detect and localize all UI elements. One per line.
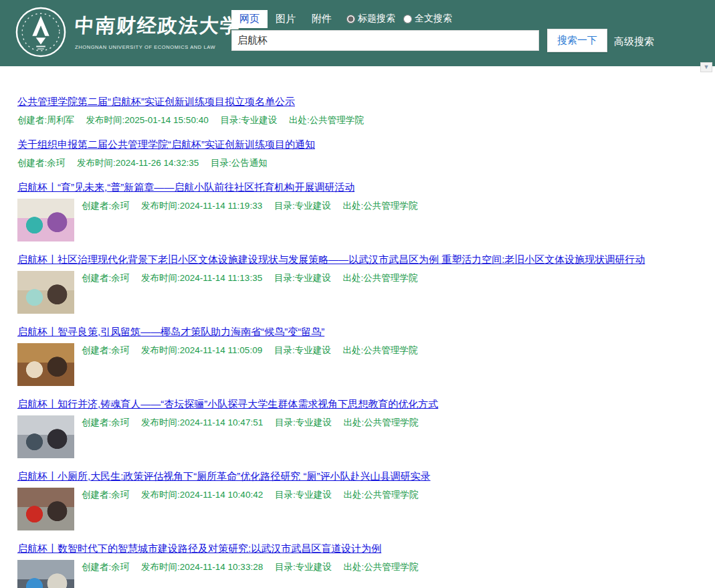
result-meta: 创建者:余珂 发布时间:2024-11-14 11:05:09 目录:专业建设 … <box>82 343 427 386</box>
tab-attachments[interactable]: 附件 <box>304 10 340 28</box>
university-name-cn: 中南财经政法大学 <box>74 13 229 39</box>
result-meta: 创建者:余珂 发布时间:2024-11-14 10:40:42 目录:专业建设 … <box>82 488 427 530</box>
mode-fulltext-search[interactable]: 全文搜索 <box>403 13 452 25</box>
thumb-red-banner-group[interactable] <box>17 488 74 530</box>
title-search-radio[interactable] <box>346 15 355 23</box>
result-body: 创建者:余珂 发布时间:2024-11-14 11:19:33 目录:专业建设 … <box>17 199 706 241</box>
result-meta: 创建者:余珂 发布时间:2024-11-14 11:19:33 目录:专业建设 … <box>82 199 427 241</box>
meta-published-time: 发布时间:2024-11-14 11:19:33 <box>141 201 262 211</box>
search-result-row: 公共管理学院第二届“启航杯”实证创新训练项目拟立项名单公示 创建者:周利军 发布… <box>17 94 706 126</box>
meta-category: 目录:专业建设 <box>275 490 332 500</box>
meta-published-time: 发布时间:2024-11-14 11:05:09 <box>141 345 262 355</box>
result-title-link[interactable]: 启航杯丨知行并济,铸魂育人——“杏坛探骊”小队探寻大学生群体需求视角下思想教育的… <box>17 398 438 409</box>
result-body: 创建者:周利军 发布时间:2025-01-14 15:50:40 目录:专业建设… <box>17 113 706 126</box>
meta-creator: 创建者:余珂 <box>82 345 129 355</box>
meta-source: 出处:公共管理学院 <box>343 490 418 500</box>
mode-title-search[interactable]: 标题搜索 <box>346 13 395 25</box>
university-name-en: ZHONGNAN UNIVERSITY OF ECONOMICS AND LAW <box>75 44 227 50</box>
search-mode-group: 标题搜索 全文搜索 <box>346 13 460 25</box>
meta-creator: 创建者:余珂 <box>82 201 129 211</box>
thumb-children-play-arches[interactable] <box>17 199 74 241</box>
search-button[interactable]: 搜索一下 <box>547 29 607 52</box>
meta-source: 出处:公共管理学院 <box>342 345 417 355</box>
result-title-link[interactable]: 关于组织申报第二届公共管理学院“启航杯”实证创新训练项目的通知 <box>17 138 315 150</box>
result-body: 创建者:余珂 发布时间:2024-11-14 10:40:42 目录:专业建设 … <box>17 488 706 530</box>
meta-category: 目录:专业建设 <box>274 345 331 355</box>
meta-published-time: 发布时间:2024-11-14 10:47:51 <box>141 417 263 427</box>
search-result-row: 启航杯丨小厕所,大民生:政策评估视角下“厕所革命”优化路径研究 “厕”评小队赴兴… <box>17 469 706 530</box>
meta-creator: 创建者:余珂 <box>82 273 129 283</box>
meta-creator: 创建者:余珂 <box>82 490 129 500</box>
site-header: 中南财经政法大学 ZHONGNAN UNIVERSITY OF ECONOMIC… <box>0 0 715 66</box>
result-body: 创建者:余珂 发布时间:2024-11-26 14:32:35 目录:公告通知 <box>17 156 706 169</box>
thumb-bicycles-street[interactable] <box>17 560 74 588</box>
search-zone: 网页 图片 附件 标题搜索 全文搜索 搜索一下 高级搜索 <box>231 6 654 52</box>
search-result-row: 关于组织申报第二届公共管理学院“启航杯”实证创新训练项目的通知 创建者:余珂 发… <box>17 137 706 169</box>
search-results-list: 公共管理学院第二届“启航杯”实证创新训练项目拟立项名单公示 创建者:周利军 发布… <box>0 66 715 588</box>
meta-published-time: 发布时间:2025-01-14 15:50:40 <box>86 115 209 125</box>
meta-published-time: 发布时间:2024-11-14 11:13:35 <box>141 273 262 283</box>
meta-source: 出处:公共管理学院 <box>343 417 418 427</box>
result-title-link[interactable]: 启航杯丨智寻良策,引凤留筑——椰岛才策队助力海南省“候鸟”变“留鸟” <box>17 326 324 337</box>
thumb-group-outdoor-photo[interactable] <box>17 415 74 458</box>
university-logo-seal <box>15 6 67 58</box>
meta-source: 出处:公共管理学院 <box>342 273 417 283</box>
thumb-table-discussion[interactable] <box>17 343 74 386</box>
result-meta: 创建者:周利军 发布时间:2025-01-14 15:50:40 目录:专业建设… <box>17 113 373 126</box>
meta-category: 目录:专业建设 <box>274 201 331 211</box>
search-input[interactable] <box>231 30 539 51</box>
result-title-link[interactable]: 启航杯丨小厕所,大民生:政策评估视角下“厕所革命”优化路径研究 “厕”评小队赴兴… <box>17 470 430 482</box>
title-search-label: 标题搜索 <box>358 13 395 25</box>
chevron-down-icon: ▼ <box>704 64 710 70</box>
search-result-row: 启航杯丨“育”见未来,“普”新篇章——启航小队前往社区托育机构开展调研活动 创建… <box>17 180 706 241</box>
search-result-row: 启航杯丨社区治理现代化背景下老旧小区文体设施建设现状与发展策略——以武汉市武昌区… <box>17 252 706 314</box>
result-meta: 创建者:余珂 发布时间:2024-11-14 11:13:35 目录:专业建设 … <box>82 271 427 314</box>
meta-category: 目录:专业建设 <box>274 273 331 283</box>
meta-source: 出处:公共管理学院 <box>289 115 364 125</box>
result-title-link[interactable]: 公共管理学院第二届“启航杯”实证创新训练项目拟立项名单公示 <box>17 96 295 107</box>
meta-creator: 创建者:周利军 <box>17 115 74 125</box>
meta-source: 出处:公共管理学院 <box>343 562 418 572</box>
search-result-row: 启航杯丨数智时代下的智慧城市建设路径及对策研究:以武汉市武昌区盲道设计为例 创建… <box>17 541 706 588</box>
meta-published-time: 发布时间:2024-11-14 10:33:28 <box>141 562 263 572</box>
meta-creator: 创建者:余珂 <box>17 158 65 168</box>
meta-creator: 创建者:余珂 <box>82 417 129 427</box>
result-meta: 创建者:余珂 发布时间:2024-11-14 10:47:51 目录:专业建设 … <box>82 415 427 458</box>
result-title-link[interactable]: 启航杯丨社区治理现代化背景下老旧小区文体设施建设现状与发展策略——以武汉市武昌区… <box>17 254 645 265</box>
search-result-row: 启航杯丨知行并济,铸魂育人——“杏坛探骊”小队探寻大学生群体需求视角下思想教育的… <box>17 397 706 458</box>
meta-category: 目录:专业建设 <box>275 562 332 572</box>
advanced-search-link[interactable]: 高级搜索 <box>614 30 654 52</box>
meta-category: 目录:公告通知 <box>211 158 268 168</box>
result-meta: 创建者:余珂 发布时间:2024-11-14 10:33:28 目录:专业建设 … <box>82 560 427 588</box>
result-title-link[interactable]: 启航杯丨“育”见未来,“普”新篇章——启航小队前往社区托育机构开展调研活动 <box>17 181 354 193</box>
result-meta: 创建者:余珂 发布时间:2024-11-26 14:32:35 目录:公告通知 <box>17 156 277 169</box>
search-result-row: 启航杯丨智寻良策,引凤留筑——椰岛才策队助力海南省“候鸟”变“留鸟” 创建者:余… <box>17 324 706 386</box>
university-brand: 中南财经政法大学 ZHONGNAN UNIVERSITY OF ECONOMIC… <box>75 6 227 50</box>
collapse-header-button[interactable]: ▼ <box>700 62 712 72</box>
search-input-row: 搜索一下 高级搜索 <box>231 30 654 52</box>
result-body: 创建者:余珂 发布时间:2024-11-14 10:47:51 目录:专业建设 … <box>17 415 706 458</box>
search-tabs: 网页 图片 附件 标题搜索 全文搜索 <box>231 10 654 27</box>
fulltext-search-label: 全文搜索 <box>415 13 452 25</box>
result-body: 创建者:余珂 发布时间:2024-11-14 11:13:35 目录:专业建设 … <box>17 271 706 314</box>
meta-creator: 创建者:余珂 <box>82 562 129 572</box>
fulltext-search-radio[interactable] <box>403 15 412 23</box>
meta-published-time: 发布时间:2024-11-26 14:32:35 <box>77 158 199 168</box>
zuel-seal-icon <box>15 6 67 58</box>
thumb-street-interview[interactable] <box>17 271 74 314</box>
result-body: 创建者:余珂 发布时间:2024-11-14 10:33:28 目录:专业建设 … <box>17 560 706 588</box>
meta-source: 出处:公共管理学院 <box>342 201 417 211</box>
result-body: 创建者:余珂 发布时间:2024-11-14 11:05:09 目录:专业建设 … <box>17 343 706 386</box>
result-title-link[interactable]: 启航杯丨数智时代下的智慧城市建设路径及对策研究:以武汉市武昌区盲道设计为例 <box>17 543 381 554</box>
meta-published-time: 发布时间:2024-11-14 10:40:42 <box>141 490 263 500</box>
meta-category: 目录:专业建设 <box>220 115 277 125</box>
meta-category: 目录:专业建设 <box>275 417 332 427</box>
tab-images[interactable]: 图片 <box>268 10 304 28</box>
